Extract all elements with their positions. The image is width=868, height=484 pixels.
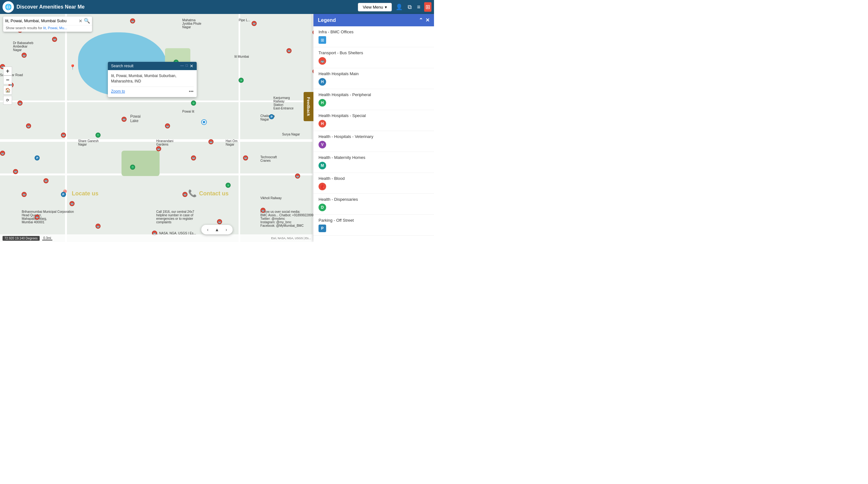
bus-pin[interactable]: 🚌 [22,53,27,58]
top-icons: 👤 ⧉ ≡ ⊞ [394,2,431,12]
bus-pin[interactable]: 🚌 [95,224,100,229]
bus-pin[interactable]: 🚌 [260,208,266,213]
legend-item-bmc-offices: Infra - BMC Offices ⊞ [313,26,434,47]
search-hint: Show search results for Iit, Powai, Mu..… [3,25,92,32]
map-label-surya: Surya Nagar [282,133,300,136]
zoom-in-button[interactable]: + [3,67,12,75]
map-label-social: Follow us over social media:BMC Assis...… [260,210,315,227]
bus-pin[interactable]: 🚌 [26,123,31,128]
bus-pin[interactable]: 🚌 [22,192,27,197]
coordinates-display: 72.920 19.140 Degrees [3,236,40,241]
bus-pin[interactable]: 🚌 [217,219,222,224]
nav-up-button[interactable]: ▲ [213,226,221,233]
layers-icon[interactable]: ⧉ [406,3,413,12]
map-label-technocraft: TechnocraftCranes [260,155,277,162]
home-button[interactable]: 🏠 [3,86,12,95]
bottom-nav: ‹ ▲ › [201,225,232,234]
bus-pin[interactable]: 🚌 [286,48,291,53]
parking-pin[interactable]: P [35,155,40,160]
bus-pin[interactable]: 🚌 [35,215,40,220]
nav-prev-button[interactable]: ‹ [205,226,210,233]
bus-pin[interactable]: 🚌 [69,201,74,206]
popup-close-button[interactable]: ✕ [190,63,193,68]
current-location-dot [202,120,206,124]
zoom-to-link[interactable]: Zoom to [111,89,125,94]
bus-shelters-icon: 🚌 [318,57,326,65]
view-menu-button[interactable]: View Menu ▾ [358,3,392,11]
chevron-down-icon: ▾ [385,5,387,9]
health-pin[interactable]: + [130,165,135,170]
hospitals-veterinary-icon: V [318,141,326,149]
health-pin[interactable]: + [191,101,196,106]
legend-item-hospitals-veterinary: Health - Hospitals - Veterinary V [313,131,434,152]
topbar: 🌐 Discover Amenities Near Me View Menu ▾… [0,0,434,14]
map-label-pipe: Pipe L... [239,19,250,22]
bus-pin[interactable]: 🚌 [130,19,135,24]
search-bar: ✕ 🔍 Show search results for Iit, Powai, … [3,17,92,32]
legend-item-hospitals-peripheral: Health Hospitals - Peripheral H [313,89,434,110]
legend-label-maternity-homes: Health - Maternity Homes [318,155,429,160]
bus-pin[interactable]: 🚌 [165,123,170,128]
bus-pin[interactable]: 🚌 [13,169,18,174]
health-pin[interactable]: + [239,78,244,83]
health-pin[interactable]: + [225,183,230,188]
bus-pin[interactable]: 🚌 [122,117,127,122]
bus-pin[interactable]: 🚌 [209,139,214,144]
legend-label-hospitals-main: Health Hospitals Main [318,71,429,76]
bus-pin[interactable]: 🚌 [156,146,161,151]
bottom-bar: 72.920 19.140 Degrees 0.3mi Esri, NASA, … [0,234,313,242]
bus-pin[interactable]: 🚌 [252,21,257,26]
parking-pin[interactable]: P [61,192,66,197]
map-label-vikholi: Vikholi Railway [260,196,282,200]
bus-pin[interactable]: 🚌 [61,133,66,138]
bus-pin[interactable]: 🚌 [43,178,49,183]
legend-label-dispensaries: Health - Dispensaries [318,197,429,202]
popup-body: Iit, Powai, Mumbai, Mumbai Suburban, Mah… [108,70,197,97]
app-title: Discover Amenities Near Me [17,4,358,10]
feedback-tab[interactable]: Feedback [304,92,313,121]
view-menu-label: View Menu [363,5,383,9]
popup-more-button[interactable]: ••• [189,89,193,94]
legend-label-hospitals-peripheral: Health Hospitals - Peripheral [318,92,429,97]
legend-item-hospitals-special: Health Hospitals - Special H [313,110,434,131]
list-icon[interactable]: ≡ [415,3,422,12]
legend-header-controls: ⌃ ✕ [419,17,430,23]
bus-pin[interactable]: 🚌 [191,155,196,160]
legend-item-blood: Health - Blood 🩸 [313,173,434,194]
legend-item-hospitals-main: Health Hospitals Main H [313,68,434,89]
bus-pin[interactable]: 🚌 [182,192,187,197]
map-label-contact: Call 1916, our central 24x7helpline numb… [156,210,194,224]
legend-item-maternity-homes: Health - Maternity Homes M [313,152,434,173]
rotate-button[interactable]: ⟳ [3,96,12,105]
map-label-powai-lake: PowaiLake [130,114,141,123]
bus-pin[interactable]: 🚌 [295,173,300,179]
legend-header: Legend ⌃ ✕ [313,14,434,26]
clear-search-button[interactable]: ✕ [79,19,83,24]
legend-item-parking-off-street: Parking - Off Street P [313,215,434,236]
legend-label-hospitals-veterinary: Health - Hospitals - Veterinary [318,134,429,139]
bus-pin[interactable]: 🚌 [0,151,5,156]
zoom-controls: + − 🏠 ⟳ [3,67,12,105]
zoom-out-button[interactable]: − [3,75,12,84]
nav-next-button[interactable]: › [224,226,229,233]
search-button[interactable]: 🔍 [84,18,90,24]
popup-maximize-button[interactable]: □ [186,63,188,68]
person-icon[interactable]: 👤 [394,2,404,12]
search-input[interactable] [5,19,78,23]
legend-label-hospitals-special: Health Hospitals - Special [318,113,429,118]
bus-pin[interactable]: 🚌 [52,37,57,42]
legend-label-blood: Health - Blood [318,176,429,181]
health-pin[interactable]: + [95,133,100,138]
parking-pin[interactable]: P [269,114,274,119]
bus-pin[interactable]: 🚌 [243,155,248,160]
hospitals-peripheral-icon: H [318,99,326,106]
popup-header: Search result — □ ✕ [108,62,197,70]
popup-address: Iit, Powai, Mumbai, Mumbai Suburban, Mah… [111,73,193,84]
popup-minimize-button[interactable]: — [180,63,184,68]
grid-icon[interactable]: ⊞ [424,2,431,12]
legend-collapse-button[interactable]: ⌃ [419,17,423,23]
legend-close-button[interactable]: ✕ [426,17,430,23]
hospitals-special-icon: H [318,120,326,128]
special-pin[interactable]: 📍 [69,64,76,70]
bus-pin[interactable]: 🚌 [18,101,23,106]
